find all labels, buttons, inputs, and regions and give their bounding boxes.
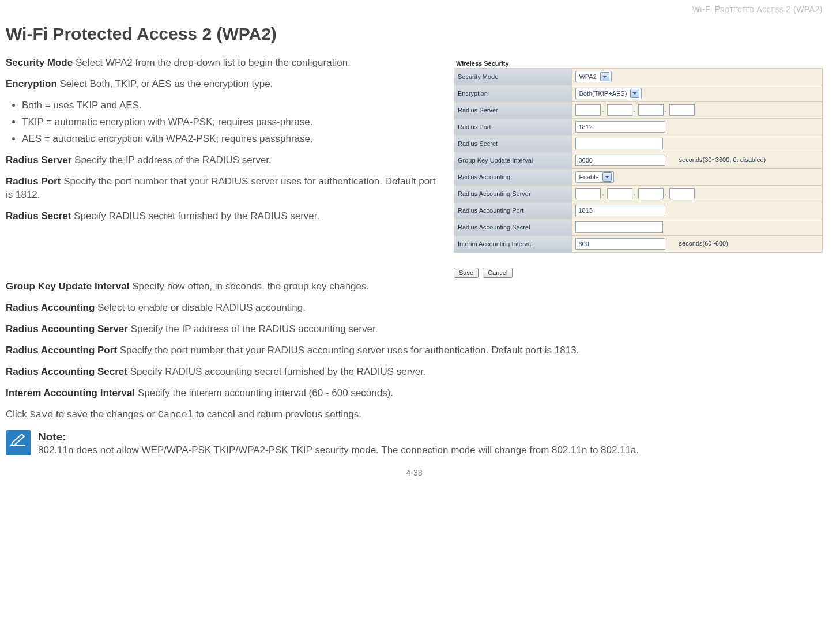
para-radius-port: Radius Port Specify the port number that… [6,175,442,202]
list-item: AES = automatic encryption with WPA2-PSK… [22,133,442,146]
table-row: Encryption Both(TKIP+AES) [454,85,823,102]
note-title: Note: [38,430,639,445]
table-row: Interim Accounting Interval 600 seconds(… [454,236,823,253]
radius-accounting-select[interactable]: Enable [575,171,613,183]
chevron-down-icon [630,89,639,98]
security-mode-select[interactable]: WPA2 [575,71,611,82]
cancel-button[interactable]: Cancel [483,268,513,278]
page-number: 4-33 [6,468,823,477]
save-button[interactable]: Save [454,268,479,278]
chevron-down-icon [600,72,609,81]
running-header: Wi-Fi Protected Access 2 (WPA2) [6,0,823,14]
radius-acct-server-octet[interactable] [638,188,664,199]
radius-secret-input[interactable] [575,138,663,149]
para-encryption: Encryption Select Both, TKIP, or AES as … [6,78,442,91]
settings-table: Security Mode WPA2 Encryption Both(TKIP+… [454,68,823,253]
radius-acct-secret-input[interactable] [575,221,663,233]
encryption-bullets: Both = uses TKIP and AES. TKIP = automat… [6,99,442,146]
note-body: 802.11n does not allow WEP/WPA-PSK TKIP/… [38,445,639,455]
list-item: Both = uses TKIP and AES. [22,99,442,112]
table-row: Radius Accounting Secret [454,219,823,236]
cancel-code: Cancel [158,409,193,420]
table-row: Group Key Update Interval 3600 seconds(3… [454,152,823,169]
table-row: Radius Accounting Enable [454,169,823,186]
encryption-select[interactable]: Both(TKIP+AES) [575,88,642,99]
table-row: Radius Accounting Server . . . [454,186,823,202]
table-row: Radius Accounting Port 1813 [454,202,823,219]
screenshot-title: Wireless Security [454,59,823,68]
radius-acct-port-input[interactable]: 1813 [575,205,665,216]
para-radius-server: Radius Server Specify the IP address of … [6,154,442,167]
para-radius-accounting-port: Radius Accounting Port Specify the port … [6,344,823,357]
radius-server-octet[interactable] [575,104,601,116]
radius-acct-server-octet[interactable] [669,188,695,199]
interim-hint: seconds(60~600) [679,240,728,247]
para-radius-accounting: Radius Accounting Select to enable or di… [6,302,823,315]
table-row: Radius Port 1812 [454,119,823,135]
note-block: Note: 802.11n does not allow WEP/WPA-PSK… [6,430,823,457]
para-radius-secret: Radius Secret Specify RADIUS secret furn… [6,210,442,223]
para-radius-accounting-server: Radius Accounting Server Specify the IP … [6,323,823,336]
para-group-key: Group Key Update Interval Specify how of… [6,280,823,293]
interim-interval-input[interactable]: 600 [575,238,665,250]
group-key-hint: seconds(30~3600, 0: disabled) [679,156,766,163]
para-click-save: Click Save to save the changes or Cancel… [6,408,823,422]
table-row: Security Mode WPA2 [454,69,823,85]
settings-screenshot: Wireless Security Security Mode WPA2 Enc… [454,59,823,278]
para-radius-accounting-secret: Radius Accounting Secret Specify RADIUS … [6,366,823,379]
para-security-mode: Security Mode Select WPA2 from the drop-… [6,57,442,70]
save-code: Save [30,409,54,420]
group-key-input[interactable]: 3600 [575,155,665,166]
para-interim-interval: Interem Accounting Interval Specify the … [6,387,823,400]
radius-server-octet[interactable] [607,104,632,116]
table-row: Radius Server . . . [454,102,823,119]
radius-server-octet[interactable] [638,104,664,116]
page-title: Wi-Fi Protected Access 2 (WPA2) [6,24,823,44]
radius-acct-server-octet[interactable] [607,188,632,199]
chevron-down-icon [602,172,612,182]
radius-acct-server-octet[interactable] [575,188,601,199]
radius-port-input[interactable]: 1812 [575,121,665,133]
list-item: TKIP = automatic encryption with WPA-PSK… [22,116,442,129]
table-row: Radius Secret [454,135,823,152]
radius-server-octet[interactable] [669,104,695,116]
pencil-icon [6,430,31,455]
